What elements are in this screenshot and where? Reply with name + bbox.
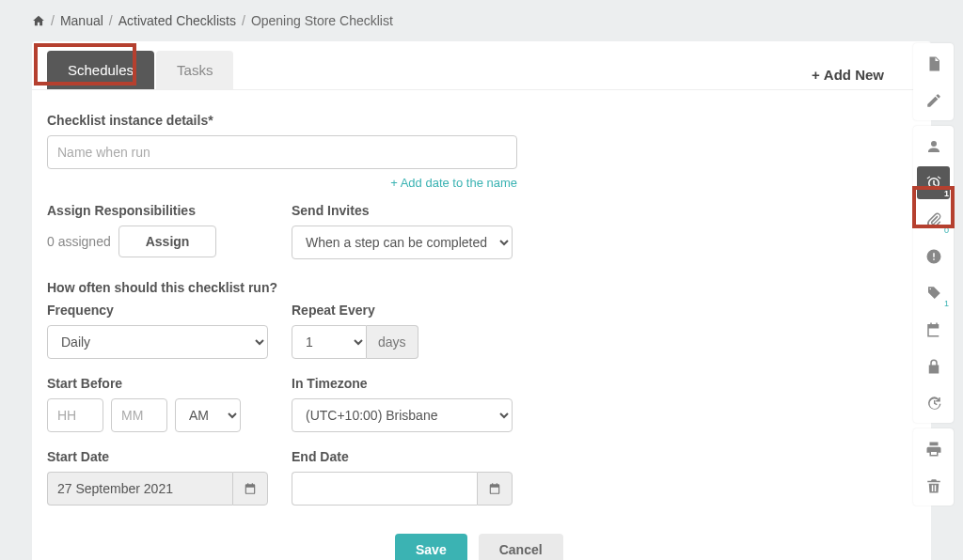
right-rail: 1 0 1	[913, 43, 954, 506]
end-date-label: End Date	[292, 449, 517, 464]
breadcrumb-sep: /	[242, 13, 245, 28]
lock-icon[interactable]	[917, 350, 950, 382]
tag-icon[interactable]: 1	[917, 276, 950, 309]
breadcrumb-manual[interactable]: Manual	[60, 13, 103, 28]
how-often-label: How often should this checklist run?	[47, 280, 916, 295]
alert-icon[interactable]	[917, 240, 950, 272]
repeat-every-select[interactable]: 1	[292, 325, 367, 359]
breadcrumb-sep: /	[109, 13, 113, 28]
tab-tasks[interactable]: Tasks	[156, 51, 233, 89]
plus-icon: +	[812, 67, 820, 83]
assign-button[interactable]: Assign	[118, 226, 217, 257]
details-label: Checklist instance details*	[47, 113, 916, 128]
alarm-badge: 1	[944, 189, 949, 198]
add-date-link[interactable]: + Add date to the name	[390, 176, 517, 190]
assigned-count: 0 assigned	[47, 234, 111, 249]
attachment-badge: 0	[944, 226, 949, 235]
save-button[interactable]: Save	[395, 534, 467, 560]
alarm-icon[interactable]: 1	[917, 166, 950, 199]
start-before-label: Start Before	[47, 376, 273, 391]
timezone-select[interactable]: (UTC+10:00) Brisbane	[292, 398, 513, 432]
tab-schedules[interactable]: Schedules	[47, 51, 154, 89]
frequency-select[interactable]: Daily	[47, 325, 268, 359]
breadcrumb-sep: /	[51, 13, 55, 28]
print-icon[interactable]	[917, 432, 950, 465]
start-date-label: Start Date	[47, 449, 273, 464]
breadcrumb: / Manual / Activated Checklists / Openin…	[0, 0, 963, 41]
repeat-every-label: Repeat Every	[292, 303, 517, 318]
mm-input[interactable]	[111, 398, 167, 432]
send-invites-label: Send Invites	[292, 203, 517, 218]
add-new-button[interactable]: + Add New	[812, 67, 884, 83]
tag-badge: 1	[944, 299, 949, 308]
home-icon[interactable]	[32, 14, 45, 27]
instance-name-input[interactable]	[47, 135, 517, 169]
calendar-icon[interactable]	[232, 472, 268, 506]
assign-label: Assign Responsibilities	[47, 203, 273, 218]
start-date-input[interactable]	[47, 472, 232, 506]
calendar-icon[interactable]	[477, 472, 513, 506]
timezone-label: In Timezone	[292, 376, 517, 391]
days-label: days	[367, 325, 418, 359]
calendar-rail-icon[interactable]	[917, 313, 950, 346]
send-invites-select[interactable]: When a step can be completed	[292, 226, 513, 259]
trash-icon[interactable]	[917, 469, 950, 502]
breadcrumb-activated[interactable]: Activated Checklists	[118, 13, 236, 28]
frequency-label: Frequency	[47, 303, 273, 318]
add-new-label: Add New	[824, 67, 884, 83]
end-date-input[interactable]	[292, 472, 477, 506]
hh-input[interactable]	[47, 398, 103, 432]
content-card: Schedules Tasks + Add New Checklist inst…	[32, 41, 931, 560]
attachment-icon[interactable]: 0	[917, 203, 950, 236]
ampm-select[interactable]: AM	[175, 398, 241, 432]
cancel-button[interactable]: Cancel	[479, 534, 563, 560]
breadcrumb-current: Opening Store Checklist	[251, 13, 393, 28]
document-icon[interactable]	[917, 47, 950, 80]
history-icon[interactable]	[917, 386, 950, 419]
person-icon[interactable]	[917, 130, 950, 163]
pencil-icon[interactable]	[917, 84, 950, 117]
